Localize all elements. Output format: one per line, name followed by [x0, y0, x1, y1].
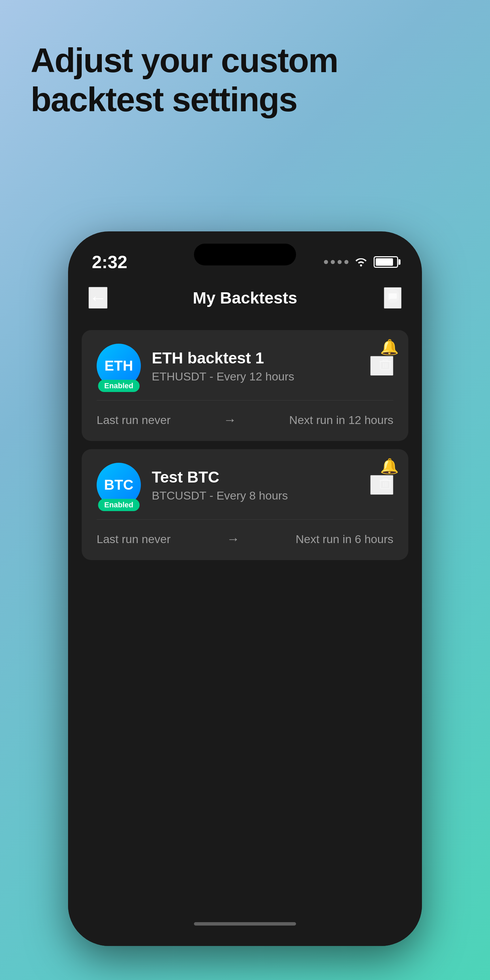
- eth-divider: [97, 400, 393, 401]
- btc-symbol: BTC: [104, 478, 134, 492]
- battery-icon: [374, 256, 398, 268]
- home-indicator: [194, 922, 296, 926]
- signal-dots-icon: [324, 260, 348, 264]
- btc-card-subtitle: BTCUSDT - Every 8 hours: [152, 489, 360, 502]
- btc-last-run: Last run never: [97, 533, 170, 546]
- btc-next-run: Next run in 6 hours: [296, 533, 393, 546]
- btc-card-info: Test BTC BTCUSDT - Every 8 hours: [152, 468, 360, 502]
- eth-avatar: ETH Enabled: [97, 344, 141, 388]
- eth-card-name: ETH backtest 1: [152, 349, 360, 367]
- card-top-btc: BTC Enabled Test BTC BTCUSDT - Every 8 h…: [97, 463, 393, 507]
- bell-active-icon-2: 🔔: [380, 457, 399, 475]
- status-time: 2:32: [92, 252, 127, 272]
- eth-card-subtitle: ETHUSDT - Every 12 hours: [152, 370, 360, 383]
- content-area: 🔔 ETH Enabled ETH backtest 1 ETHUSDT - E…: [68, 320, 422, 946]
- arrow-right-icon: →: [224, 413, 237, 427]
- status-icons: [324, 255, 398, 269]
- phone-mockup: 2:32 ← My Backtests: [68, 231, 422, 946]
- btc-delete-button[interactable]: [370, 475, 393, 495]
- btc-enabled-badge: Enabled: [98, 499, 140, 511]
- btc-backtest-card[interactable]: 🔔 BTC Enabled Test BTC BTCUSDT - Every 8…: [82, 449, 408, 560]
- bell-active-icon: 🔔: [380, 338, 399, 356]
- back-button[interactable]: ←: [89, 287, 108, 309]
- btc-card-name: Test BTC: [152, 468, 360, 486]
- eth-enabled-badge: Enabled: [98, 380, 140, 392]
- btc-card-bottom: Last run never → Next run in 6 hours: [97, 532, 393, 546]
- page-nav-title: My Backtests: [193, 288, 298, 307]
- btc-avatar: BTC Enabled: [97, 463, 141, 507]
- card-top-eth: ETH Enabled ETH backtest 1 ETHUSDT - Eve…: [97, 344, 393, 388]
- nav-header: ← My Backtests: [68, 279, 422, 317]
- eth-symbol: ETH: [105, 359, 133, 373]
- btc-divider: [97, 519, 393, 520]
- arrow-right-icon-2: →: [227, 532, 240, 546]
- eth-next-run: Next run in 12 hours: [289, 414, 393, 427]
- eth-delete-button[interactable]: [370, 356, 393, 375]
- eth-card-info: ETH backtest 1 ETHUSDT - Every 12 hours: [152, 349, 360, 383]
- eth-last-run: Last run never: [97, 414, 170, 427]
- dynamic-island: [194, 243, 296, 266]
- chat-button[interactable]: [384, 287, 401, 309]
- page-title: Adjust your custom backtest settings: [30, 41, 460, 119]
- wifi-icon: [355, 255, 368, 269]
- eth-card-bottom: Last run never → Next run in 12 hours: [97, 413, 393, 427]
- eth-backtest-card[interactable]: 🔔 ETH Enabled ETH backtest 1 ETHUSDT - E…: [82, 330, 408, 441]
